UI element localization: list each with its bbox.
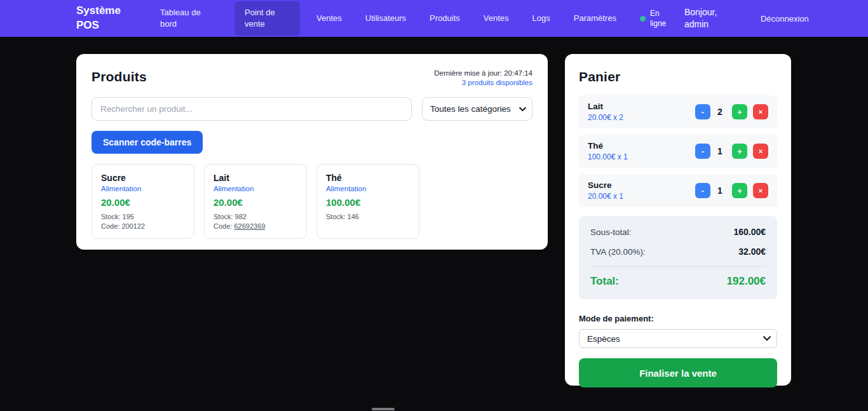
products-panel: Produits Dernière mise à jour: 20:47:14 … [76, 54, 548, 250]
last-update-text: Dernière mise à jour: 20:47:14 [434, 69, 532, 77]
decrease-quantity-button[interactable]: - [695, 144, 710, 159]
tax-label: TVA (20.00%): [590, 247, 646, 257]
product-code-label: Code: [101, 222, 119, 230]
payment-method-select[interactable]: Espèces [579, 329, 777, 348]
product-price: 100.00€ [326, 197, 410, 208]
cart-item-quantity: 1 [716, 185, 724, 196]
product-grid: Sucre Alimentation 20.00€ Stock: 195 Cod… [92, 164, 532, 239]
product-code-label: Code: [214, 222, 232, 230]
nav-item-1[interactable]: Point de vente [234, 1, 300, 36]
logout-link[interactable]: Déconnexion [761, 14, 809, 24]
nav-item-3[interactable]: Utilisateurs [365, 13, 406, 24]
cart-item-info: Sucre 20.00€ x 1 [588, 180, 623, 201]
cart-item-quantity: 2 [716, 107, 724, 117]
nav-item-6[interactable]: Logs [532, 13, 550, 24]
cart-panel: Panier Lait 20.00€ x 2 - 2 + × Thé 100.0… [565, 54, 791, 386]
tax-row: TVA (20.00%): 32.00€ [590, 246, 766, 257]
product-category: Alimentation [214, 185, 297, 192]
horizontal-scrollbar-thumb[interactable] [372, 408, 395, 410]
cart-item-row: Lait 20.00€ x 2 - 2 + × [579, 95, 777, 128]
finalize-sale-button[interactable]: Finaliser la vente [579, 358, 777, 387]
cart-item-name: Sucre [588, 180, 623, 190]
nav-item-label: Logs [532, 13, 550, 23]
nav-item-5[interactable]: Ventes [484, 13, 509, 24]
online-status-label: En ligne [650, 8, 672, 29]
available-products-count: 3 produits disponibles [434, 79, 532, 86]
category-filter-select[interactable]: Toutes les catégories [422, 97, 532, 121]
cart-item-info: Lait 20.00€ x 2 [588, 102, 623, 122]
increase-quantity-button[interactable]: + [732, 183, 747, 198]
remove-item-button[interactable]: × [753, 183, 768, 198]
nav-item-label: Point de vente [245, 8, 275, 29]
search-row: Toutes les catégories [92, 97, 532, 121]
app-brand: Système POS [76, 4, 131, 33]
product-stock: Stock: 146 [326, 213, 410, 220]
nav-item-7[interactable]: Paramètres [574, 13, 616, 24]
product-code-line: Code: 200122 [101, 222, 185, 230]
cart-item-quantity: 1 [716, 146, 724, 156]
product-stock: Stock: 195 [101, 213, 185, 220]
nav-item-label: Utilisateurs [365, 13, 406, 23]
product-category: Alimentation [101, 185, 185, 192]
user-greeting: Bonjour, admin [684, 6, 724, 30]
subtotal-row: Sous-total: 160.00€ [590, 227, 766, 237]
totals-divider [590, 266, 766, 267]
cart-item-row: Sucre 20.00€ x 1 - 1 + × [579, 174, 777, 207]
totals-box: Sous-total: 160.00€ TVA (20.00%): 32.00€… [579, 216, 777, 299]
product-card[interactable]: Lait Alimentation 20.00€ Stock: 982 Code… [204, 164, 307, 239]
remove-item-button[interactable]: × [753, 144, 768, 159]
increase-quantity-button[interactable]: + [732, 144, 747, 159]
cart-item-price: 100.00€ x 1 [588, 152, 628, 161]
cart-item-name: Thé [588, 141, 628, 151]
product-card[interactable]: Sucre Alimentation 20.00€ Stock: 195 Cod… [92, 164, 194, 239]
product-name: Thé [326, 173, 410, 183]
scan-barcode-button[interactable]: Scanner code-barres [92, 131, 203, 154]
total-value: 192.00€ [727, 275, 766, 288]
tax-value: 32.00€ [738, 246, 766, 257]
nav-item-label: Ventes [316, 13, 342, 23]
nav-item-label: Produits [430, 13, 460, 23]
product-code-line: Code: 62692369 [214, 222, 297, 230]
product-name: Lait [214, 173, 297, 183]
cart-item-price: 20.00€ x 1 [588, 192, 623, 201]
product-code-value: 62692369 [234, 222, 265, 230]
remove-item-button[interactable]: × [753, 104, 768, 119]
nav-item-0[interactable]: Tableau de bord [160, 7, 211, 30]
cart-item-name: Lait [588, 102, 623, 111]
product-name: Sucre [101, 173, 185, 183]
subtotal-value: 160.00€ [733, 227, 766, 237]
cart-panel-title: Panier [579, 69, 777, 84]
nav-items: Tableau de bord Point de vente Ventes Ut… [160, 1, 640, 36]
product-card[interactable]: Thé Alimentation 100.00€ Stock: 146 [316, 164, 419, 239]
cart-item-controls: - 1 + × [695, 183, 768, 198]
nav-item-label: Tableau de bord [160, 8, 201, 29]
cart-item-price: 20.00€ x 2 [588, 113, 623, 122]
nav-item-label: Paramètres [574, 13, 616, 23]
product-code-value: 200122 [121, 222, 145, 230]
online-status-dot-icon [640, 16, 646, 22]
payment-method-wrap: Espèces [579, 329, 777, 348]
increase-quantity-button[interactable]: + [732, 104, 747, 119]
cart-item-info: Thé 100.00€ x 1 [588, 141, 628, 161]
product-stock: Stock: 982 [214, 213, 297, 220]
cart-item-controls: - 2 + × [695, 104, 768, 119]
cart-item-controls: - 1 + × [695, 144, 768, 159]
decrease-quantity-button[interactable]: - [695, 104, 710, 119]
decrease-quantity-button[interactable]: - [695, 183, 710, 198]
nav-item-4[interactable]: Produits [430, 13, 460, 24]
top-navbar: Système POS Tableau de bord Point de ven… [0, 0, 868, 37]
category-filter-wrap: Toutes les catégories [422, 97, 532, 121]
subtotal-label: Sous-total: [590, 227, 632, 237]
online-status: En ligne [640, 8, 672, 29]
product-category: Alimentation [326, 185, 410, 192]
product-search-input[interactable] [92, 97, 412, 121]
nav-item-label: Ventes [484, 13, 509, 23]
cart-item-row: Thé 100.00€ x 1 - 1 + × [579, 135, 777, 168]
total-row: Total: 192.00€ [590, 275, 766, 288]
total-label: Total: [590, 275, 619, 288]
products-panel-header: Produits Dernière mise à jour: 20:47:14 … [92, 69, 532, 86]
product-price: 20.00€ [101, 197, 185, 208]
payment-method-label: Mode de paiement: [579, 314, 777, 323]
product-price: 20.00€ [214, 197, 297, 208]
nav-item-2[interactable]: Ventes [316, 13, 342, 24]
